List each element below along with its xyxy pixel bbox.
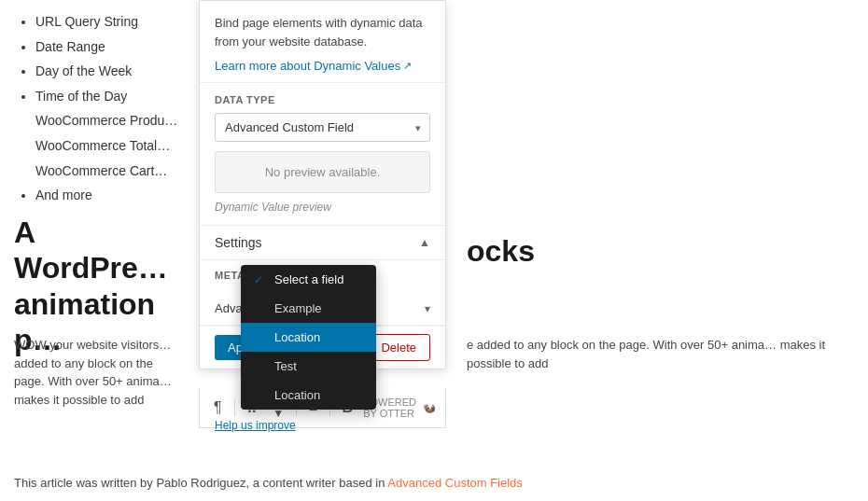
right-heading: ocks <box>448 233 868 269</box>
list-item: WooCommerce Produ… <box>35 108 177 133</box>
data-type-select-wrapper: Advanced Custom Field URL Query String D… <box>215 113 430 142</box>
check-icon: ✓ <box>254 273 267 286</box>
settings-label: Settings <box>215 235 262 250</box>
list-item: Date Range <box>35 35 177 60</box>
delete-button[interactable]: Delete <box>367 334 430 361</box>
left-feature-list: URL Query String Date Range Day of the W… <box>0 0 196 217</box>
panel-description: Bind page elements with dynamic data fro… <box>215 14 430 50</box>
otter-icon: 🦦 <box>423 402 436 414</box>
chevron-up-icon: ▲ <box>419 236 430 249</box>
article-text-content: This article was written by Pablo Rodrig… <box>14 476 385 490</box>
learn-more-link[interactable]: Learn more about Dynamic Values <box>215 59 412 73</box>
toolbar-separator <box>234 399 235 416</box>
list-item: WooCommerce Total… <box>35 133 177 159</box>
preview-caption: Dynamic Value preview <box>215 201 430 214</box>
preview-text: No preview available. <box>265 165 381 179</box>
panel-header: Bind page elements with dynamic data fro… <box>200 1 445 83</box>
list-item: WooCommerce Cart… <box>35 159 177 184</box>
data-type-select[interactable]: Advanced Custom Field URL Query String D… <box>215 113 430 142</box>
feature-list: URL Query String Date Range Day of the W… <box>19 9 177 208</box>
settings-section[interactable]: Settings ▲ <box>200 226 445 260</box>
dropdown-item-example[interactable]: Example <box>241 294 376 323</box>
article-footer: This article was written by Pablo Rodrig… <box>14 474 854 493</box>
help-improve-link[interactable]: Help us improve <box>215 417 296 432</box>
dropdown-item-test[interactable]: Test <box>241 352 376 381</box>
data-type-section: DATA TYPE Advanced Custom Field URL Quer… <box>200 83 445 226</box>
left-body-text: WOW your website visitors… added to any … <box>0 336 196 409</box>
dropdown-item-location[interactable]: Location <box>241 323 376 352</box>
list-item: URL Query String <box>35 9 177 35</box>
data-type-label: DATA TYPE <box>215 94 430 105</box>
settings-header[interactable]: Settings ▲ <box>215 235 430 250</box>
dropdown-item-label: Example <box>274 301 322 315</box>
dropdown-item-label: Select a field <box>274 272 343 286</box>
list-item: Time of the Day <box>35 84 177 109</box>
list-item: And more <box>35 183 177 208</box>
chevron-down-icon: ▾ <box>425 302 430 315</box>
preview-box: No preview available. <box>215 151 430 193</box>
dropdown-item-location-2[interactable]: Location <box>241 381 376 410</box>
dropdown-item-label: Location <box>274 330 320 344</box>
right-body-text: e added to any block on the page. With o… <box>448 336 868 372</box>
list-item: Day of the Week <box>35 59 177 84</box>
dropdown-item-label: Location <box>274 388 320 402</box>
dropdown-item-select-field[interactable]: ✓ Select a field <box>241 265 376 294</box>
acf-link[interactable]: Advanced Custom Fields <box>387 476 523 490</box>
dropdown-item-label: Test <box>274 359 297 373</box>
field-select-dropdown: ✓ Select a field Example Location Test L… <box>241 265 376 410</box>
